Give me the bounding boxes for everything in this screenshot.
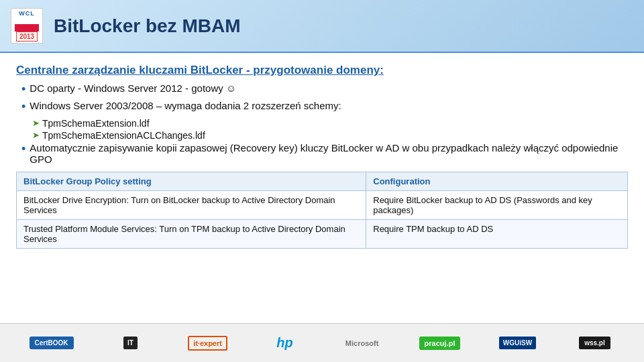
footer-logo-it: IT [111,330,151,357]
wss-label: wss.pl [579,337,610,349]
main-content: Centralne zarządzanie kluczami BitLocker… [0,53,644,254]
bullet-text-1: DC oparty - Windows Server 2012 - gotowy… [30,82,236,94]
bullet-text-2: Windows Server 2003/2008 – wymaga dodani… [30,100,341,111]
microsoft-label: Microsoft [345,339,379,347]
page-title: BitLocker bez MBAM [54,15,240,37]
wcl-label: WCL [19,10,35,17]
arrow-icon-2: ➤ [32,130,40,140]
list-item-3: • Automatycznie zapisywanie kopii zapaso… [21,142,628,165]
table-cell-2-1: Trusted Platform Module Services: Turn o… [17,220,366,249]
it-label: IT [123,337,138,349]
logo-box: WCL 2013 [11,8,43,44]
footer-logo-certbook: CertBOOK [30,330,74,357]
arrow-icon-1: ➤ [32,118,40,128]
svg-rect-0 [15,17,39,24]
table-header-col2: Configuration [366,172,628,191]
sub-text-1: TpmSchemaExtension.ldf [42,118,150,129]
svg-rect-1 [15,24,39,32]
footer-logos: CertBOOK IT it·expert hp Microsoft pracu… [0,323,644,362]
footer-logo-microsoft: Microsoft [342,330,382,357]
table-cell-1-2: Require BitLocker backup to AD DS (Passw… [366,191,628,220]
bullet-list-2: • Automatycznie zapisywanie kopii zapaso… [16,142,628,165]
bullet-icon-1: • [21,82,25,97]
footer-logo-pracuj: pracuj.pl [419,330,461,357]
table-header-col1: BitLocker Group Policy setting [17,172,366,191]
table-cell-1-1: BitLocker Drive Encryption: Turn on BitL… [17,191,366,220]
footer-logo-wguisw: WGUiSW [497,330,537,357]
header: WCL 2013 BitLocker bez MBAM [0,0,644,53]
bullet-icon-3: • [21,142,25,157]
table-row-1: BitLocker Drive Encryption: Turn on BitL… [17,191,628,220]
table-row-2: Trusted Platform Module Services: Turn o… [17,220,628,249]
sub-text-2: TpmSchemaExtensionACLChanges.ldf [42,130,205,141]
itexpert-label: it·expert [188,336,227,351]
sub-item-2: ➤ TpmSchemaExtensionACLChanges.ldf [32,130,628,141]
hp-label: hp [276,335,292,351]
year-label: 2013 [16,32,38,42]
list-item-2: • Windows Server 2003/2008 – wymaga doda… [21,100,628,115]
list-item-1: • DC oparty - Windows Server 2012 - goto… [21,82,628,97]
bullet-list: • DC oparty - Windows Server 2012 - goto… [16,82,628,114]
main-heading: Centralne zarządzanie kluczami BitLocker… [16,64,628,77]
footer-logo-wss: wss.pl [574,330,614,357]
wguisw-label: WGUiSW [499,337,536,349]
table-cell-2-2: Require TPM backup to AD DS [366,220,628,249]
certbook-label: CertBOOK [30,337,74,349]
policy-table: BitLocker Group Policy setting Configura… [16,172,628,249]
footer-logo-hp: hp [265,330,305,357]
flag-icon [15,17,39,32]
bullet-icon-2: • [21,100,25,115]
bullet-text-3: Automatycznie zapisywanie kopii zapasowe… [30,142,628,165]
sub-list: ➤ TpmSchemaExtension.ldf ➤ TpmSchemaExte… [16,118,628,141]
footer-logo-itexpert: it·expert [188,330,228,357]
pracuj-label: pracuj.pl [419,337,461,350]
sub-item-1: ➤ TpmSchemaExtension.ldf [32,118,628,129]
